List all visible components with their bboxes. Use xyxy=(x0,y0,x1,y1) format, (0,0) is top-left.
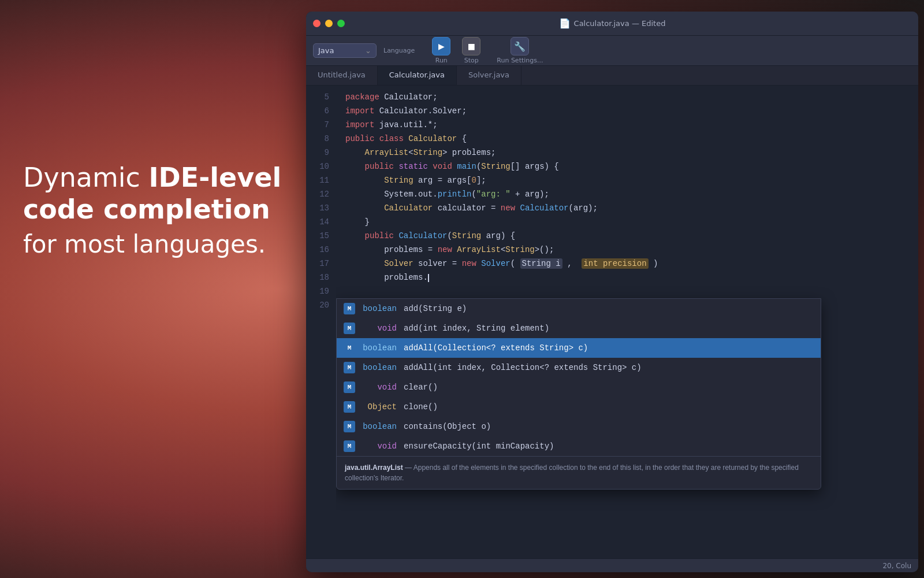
settings-label: Run Settings... xyxy=(497,57,543,64)
ac-name: addAll(int index, Collection<? extends S… xyxy=(404,361,814,375)
ide-window: 📄 Calculator.java — Edited Java ⌄ Langua… xyxy=(306,12,918,572)
chevron-down-icon: ⌄ xyxy=(365,46,371,55)
hero-line1: Dynamic IDE-level xyxy=(23,162,283,194)
stop-label: Stop xyxy=(464,57,479,64)
hero-text-container: Dynamic IDE-level code completion for mo… xyxy=(23,162,283,258)
ac-item-contains[interactable]: M boolean contains(Object o) xyxy=(337,417,821,436)
run-settings-button[interactable]: 🔧 Run Settings... xyxy=(493,36,546,65)
code-line-19: Solver solver = new Solver( String i , i… xyxy=(336,257,918,271)
code-line-11: public static void main(String[] args) { xyxy=(336,160,918,173)
code-content[interactable]: package Calculator; import Calculator.So… xyxy=(336,86,918,558)
statusbar: 20, Colu xyxy=(306,558,918,572)
run-button[interactable]: ▶ Run xyxy=(429,36,454,65)
code-line-18: problems = new ArrayList<String>(); xyxy=(336,243,918,257)
tab-solver[interactable]: Solver.java xyxy=(457,66,521,85)
run-icon: ▶ xyxy=(432,37,450,55)
ac-badge: M xyxy=(344,381,355,393)
ac-item-addall-collection[interactable]: M boolean addAll(Collection<? extends St… xyxy=(337,338,821,358)
hero-line1-normal: Dynamic xyxy=(23,162,149,193)
code-line-14: Calculator calculator = new Calculator(a… xyxy=(336,201,918,215)
cursor-position: 20, Colu xyxy=(882,562,911,570)
stop-icon: ■ xyxy=(462,37,480,55)
ac-type: boolean xyxy=(362,420,397,433)
ac-name: ensureCapacity(int minCapacity) xyxy=(404,439,814,453)
ac-badge: M xyxy=(344,342,355,354)
language-value: Java xyxy=(318,46,334,55)
tabs-bar: Untitled.java Calculator.java Solver.jav… xyxy=(306,66,918,86)
language-label: Language xyxy=(383,47,415,54)
ac-type: void xyxy=(362,439,397,453)
code-line-12: String arg = args[0]; xyxy=(336,173,918,187)
ac-type: boolean xyxy=(362,361,397,375)
ac-item-ensurecapacity[interactable]: M void ensureCapacity(int minCapacity) xyxy=(337,436,821,456)
ac-name: add(int index, String element) xyxy=(404,321,814,335)
ac-doc-text: — Appends all of the elements in the spe… xyxy=(345,464,799,482)
ac-doc-class: java.util.ArrayList xyxy=(345,464,403,472)
traffic-light-yellow[interactable] xyxy=(325,20,333,27)
ac-name: add(String e) xyxy=(404,302,814,316)
code-line-15: } xyxy=(336,215,918,229)
ac-name: clear() xyxy=(404,380,814,394)
ac-item-add-string[interactable]: M boolean add(String e) xyxy=(337,299,821,318)
ac-badge: M xyxy=(344,303,355,314)
titlebar: 📄 Calculator.java — Edited xyxy=(306,12,918,36)
language-selector[interactable]: Java ⌄ xyxy=(313,43,377,58)
ac-badge: M xyxy=(344,323,355,334)
window-title: 📄 Calculator.java — Edited xyxy=(559,18,666,29)
ac-badge: M xyxy=(344,421,355,432)
code-line-9: public class Calculator { xyxy=(336,132,918,146)
toolbar: Java ⌄ Language ▶ Run ■ Stop 🔧 Run Setti… xyxy=(306,36,918,66)
stop-button[interactable]: ■ Stop xyxy=(459,36,484,65)
traffic-lights xyxy=(313,20,345,27)
tab-calculator[interactable]: Calculator.java xyxy=(378,66,457,85)
ac-name: clone() xyxy=(404,400,814,414)
code-line-20: problems. xyxy=(336,271,918,284)
code-line-17: public Calculator(String arg) { xyxy=(336,229,918,243)
code-line-6: import Calculator.Solver; xyxy=(336,104,918,118)
code-line-7: import java.util.*; xyxy=(336,118,918,132)
hero-line2: code completion xyxy=(23,194,283,225)
tab-untitled[interactable]: Untitled.java xyxy=(306,66,378,85)
hero-line3: for most languages. xyxy=(23,230,283,258)
ac-item-clear[interactable]: M void clear() xyxy=(337,377,821,397)
traffic-light-red[interactable] xyxy=(313,20,321,27)
line-numbers: 5 6 7 8 9 10 11 12 13 14 15 16 17 18 19 … xyxy=(306,86,336,558)
autocomplete-dropdown: M boolean add(String e) M void add(int i… xyxy=(336,298,821,490)
ac-name: addAll(Collection<? extends String> c) xyxy=(404,341,814,355)
ac-type: void xyxy=(362,380,397,394)
ac-name: contains(Object o) xyxy=(404,420,814,433)
code-line-13: System.out.println("arg: " + arg); xyxy=(336,187,918,201)
ac-item-add-int-string[interactable]: M void add(int index, String element) xyxy=(337,318,821,338)
ac-badge: M xyxy=(344,401,355,413)
ac-item-addall-int-collection[interactable]: M boolean addAll(int index, Collection<?… xyxy=(337,358,821,377)
ac-item-clone[interactable]: M Object clone() xyxy=(337,397,821,417)
run-label: Run xyxy=(435,57,448,64)
ac-badge: M xyxy=(344,440,355,452)
settings-icon: 🔧 xyxy=(511,37,529,55)
ac-type: boolean xyxy=(362,341,397,355)
hero-line1-bold: IDE-level xyxy=(149,162,282,193)
ac-type: boolean xyxy=(362,302,397,316)
ac-type: Object xyxy=(362,400,397,414)
ac-badge: M xyxy=(344,362,355,373)
editor-area: 5 6 7 8 9 10 11 12 13 14 15 16 17 18 19 … xyxy=(306,86,918,558)
traffic-light-green[interactable] xyxy=(337,20,345,27)
code-line-10: ArrayList<String> problems; xyxy=(336,146,918,160)
code-line-5: package Calculator; xyxy=(336,90,918,104)
ac-type: void xyxy=(362,321,397,335)
autocomplete-doc: java.util.ArrayList — Appends all of the… xyxy=(337,456,821,489)
